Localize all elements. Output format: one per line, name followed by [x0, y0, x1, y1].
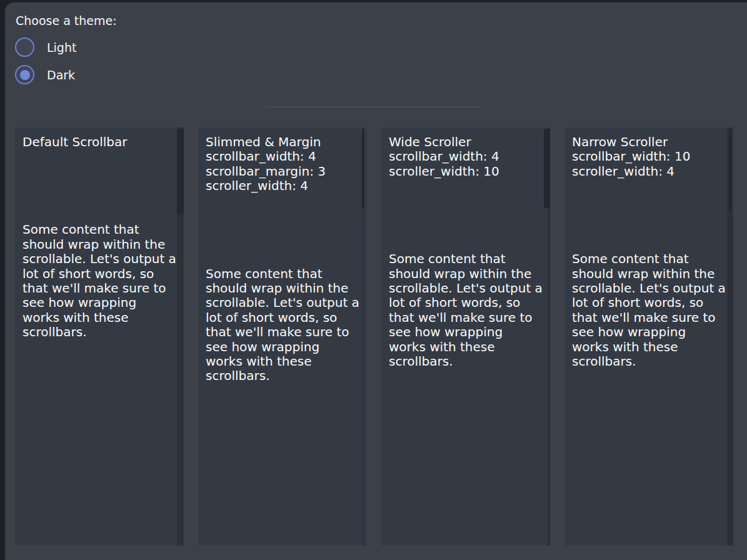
column-params: scrollbar_width: 10scroller_width: 4	[572, 149, 733, 179]
param-line: scroller_width: 10	[389, 164, 543, 179]
column-title: Default Scrollbar	[23, 135, 176, 149]
column-body-text: Some content that should wrap within the…	[23, 222, 176, 339]
column-body-text: Some content that should wrap within the…	[206, 267, 359, 384]
scrollbar-thumb[interactable]	[177, 129, 184, 214]
scrollbar-thumb[interactable]	[362, 129, 364, 209]
scrollbar-thumb[interactable]	[729, 129, 731, 211]
radio-option-light[interactable]: Light	[15, 38, 76, 57]
scrollbar-thumb[interactable]	[544, 129, 550, 208]
scroll-demo-column-wide-scroller[interactable]: Wide Scroller scrollbar_width: 4scroller…	[381, 128, 550, 546]
param-line: scroller_width: 4	[206, 179, 359, 193]
column-title: Narrow Scroller	[572, 135, 726, 149]
param-line: scrollbar_width: 4	[206, 149, 359, 164]
scroll-demo-column-narrow-scroller[interactable]: Narrow Scroller scrollbar_width: 10scrol…	[564, 128, 733, 546]
column-title: Slimmed & Margin	[206, 135, 359, 149]
radio-label-light[interactable]: Light	[47, 41, 76, 54]
theme-chooser-label: Choose a theme:	[16, 14, 117, 28]
radio-button-icon[interactable]	[15, 38, 34, 57]
scroll-demo-column-default[interactable]: Default Scrollbar Some content that shou…	[15, 128, 184, 546]
scroll-demo-column-slimmed-margin[interactable]: Slimmed & Margin scrollbar_width: 4scrol…	[198, 128, 367, 546]
column-title: Wide Scroller	[389, 135, 543, 149]
column-body-text: Some content that should wrap within the…	[572, 252, 726, 369]
radio-button-icon[interactable]	[15, 65, 34, 84]
column-body-text: Some content that should wrap within the…	[389, 252, 543, 369]
radio-option-dark[interactable]: Dark	[15, 65, 75, 84]
radio-selected-dot	[20, 70, 30, 80]
divider	[266, 106, 481, 108]
param-line: scroller_width: 4	[572, 164, 726, 179]
column-params: scrollbar_width: 4scrollbar_margin: 3scr…	[206, 149, 367, 193]
param-line: scrollbar_margin: 3	[206, 164, 359, 179]
radio-label-dark[interactable]: Dark	[47, 68, 75, 82]
column-params: scrollbar_width: 4scroller_width: 10	[389, 149, 550, 179]
param-line: scrollbar_width: 10	[572, 149, 726, 164]
param-line: scrollbar_width: 4	[389, 149, 543, 164]
